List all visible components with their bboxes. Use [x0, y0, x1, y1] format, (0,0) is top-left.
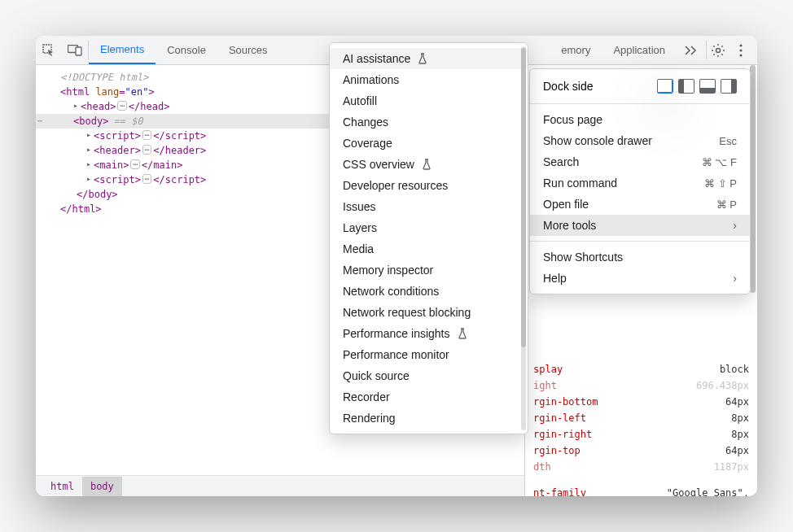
gear-icon[interactable] [707, 39, 729, 62]
more-tools-item[interactable]: Network conditions [330, 281, 528, 302]
shortcut-label: ⌘ ⌥ F [702, 156, 737, 168]
chevron-right-icon: › [733, 272, 737, 285]
more-tools-item[interactable]: Network request blocking [330, 302, 528, 323]
style-row[interactable]: rgin-left8px [533, 410, 749, 426]
shortcut-label: ⌘ ⇧ P [704, 177, 737, 190]
style-row[interactable]: splayblock [533, 361, 749, 377]
more-tools-item[interactable]: Animations [330, 69, 528, 90]
more-tools-item[interactable]: Issues [330, 196, 528, 217]
flask-icon [457, 328, 468, 339]
settings-menu-row[interactable]: Show Shortcuts [530, 246, 750, 268]
more-tools-item[interactable]: Autofill [330, 90, 528, 111]
dock-bottom-icon[interactable] [699, 79, 716, 94]
breadcrumb-html[interactable]: html [42, 477, 82, 496]
svg-point-6 [739, 54, 742, 56]
more-tools-item[interactable]: Performance insights [330, 323, 528, 344]
style-row[interactable]: rgin-top64px [533, 443, 749, 459]
style-row[interactable]: nt-family"Google Sans", [533, 485, 749, 496]
settings-menu: Dock side Focus pageShow console drawerE… [529, 68, 751, 294]
svg-point-3 [716, 48, 721, 52]
more-tools-item[interactable]: AI assistance [330, 48, 528, 69]
scrollbar-thumb[interactable] [521, 48, 526, 347]
devtools-window: Elements Console Sources emory Applicati… [36, 36, 757, 496]
more-tools-item[interactable]: Media [330, 238, 528, 259]
svg-rect-2 [76, 47, 81, 55]
more-tools-item[interactable]: Rendering [330, 408, 528, 429]
more-tools-item[interactable]: Memory inspector [330, 259, 528, 281]
tab-memory-partial[interactable]: emory [528, 36, 602, 64]
more-tools-menu: AI assistanceAnimationsAutofillChangesCo… [329, 42, 528, 434]
svg-point-4 [739, 44, 742, 46]
breadcrumb: html body [36, 475, 524, 496]
more-tools-item[interactable]: Recorder [330, 386, 528, 408]
flask-icon [417, 53, 428, 64]
flask-icon [421, 159, 432, 170]
more-tools-item[interactable]: Developer resources [330, 175, 528, 196]
menu-separator [530, 103, 750, 104]
style-row[interactable]: dth1187px [533, 459, 749, 475]
tab-console[interactable]: Console [156, 36, 217, 64]
scrollbar-thumb[interactable] [750, 65, 756, 293]
settings-menu-row[interactable]: More tools› [530, 215, 750, 236]
more-tools-item[interactable]: Performance monitor [330, 344, 528, 365]
inspect-icon[interactable] [36, 36, 62, 64]
settings-menu-row[interactable]: Search⌘ ⌥ F [530, 151, 750, 172]
more-tools-item[interactable]: Coverage [330, 133, 528, 154]
dock-right-icon[interactable] [721, 79, 737, 94]
more-tools-item[interactable]: Quick source [330, 365, 528, 386]
styles-scrollbar[interactable] [750, 65, 756, 496]
dock-side-row: Dock side [530, 74, 750, 98]
shortcut-label: Esc [719, 135, 737, 147]
style-row[interactable]: rgin-bottom64px [533, 394, 749, 410]
settings-menu-row[interactable]: Help› [530, 268, 750, 289]
settings-menu-row[interactable]: Open file⌘ P [530, 194, 750, 215]
dock-window-icon[interactable] [657, 79, 673, 94]
device-toggle-icon[interactable] [62, 36, 88, 64]
chevron-right-icon: › [733, 219, 737, 232]
tab-elements[interactable]: Elements [89, 36, 156, 64]
tab-sources[interactable]: Sources [217, 36, 279, 64]
style-row[interactable]: ight696.438px [533, 377, 749, 394]
breadcrumb-body[interactable]: body [82, 477, 122, 496]
shortcut-label: ⌘ P [716, 198, 737, 211]
menu-separator [530, 241, 750, 242]
more-tools-item[interactable]: CSS overview [330, 154, 528, 175]
settings-menu-row[interactable]: Show console drawerEsc [530, 130, 750, 151]
settings-menu-row[interactable]: Focus page [530, 109, 750, 130]
tab-application[interactable]: Application [602, 36, 677, 64]
more-tools-item[interactable]: Changes [330, 111, 528, 133]
svg-point-5 [739, 49, 742, 51]
submenu-scrollbar[interactable] [521, 46, 526, 430]
tabs-overflow-button[interactable] [677, 36, 706, 64]
more-tools-item[interactable]: Layers [330, 217, 528, 238]
dock-side-label: Dock side [543, 80, 593, 93]
settings-menu-row[interactable]: Run command⌘ ⇧ P [530, 172, 750, 194]
style-row[interactable]: rgin-right8px [533, 426, 749, 443]
dock-left-icon[interactable] [678, 79, 694, 94]
kebab-icon[interactable] [729, 39, 752, 62]
